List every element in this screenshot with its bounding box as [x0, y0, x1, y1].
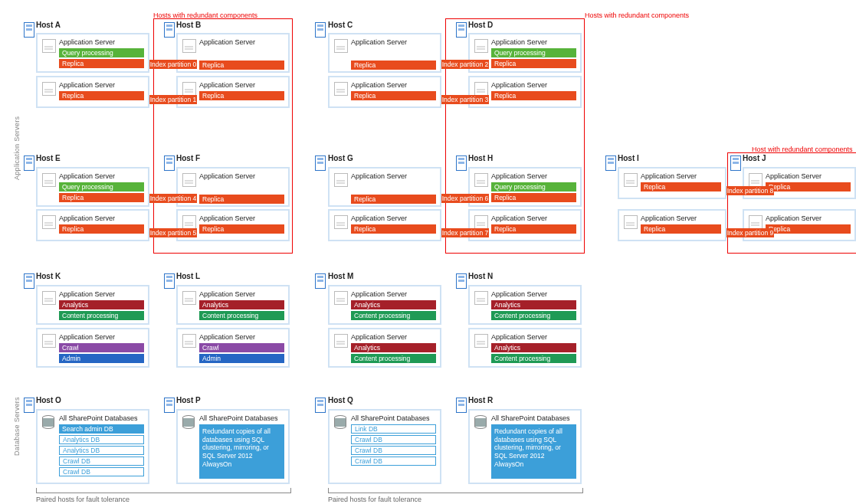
idxp-7: Index partition 7: [441, 228, 489, 237]
card-m2: Application ServerAnalyticsContent proce…: [328, 328, 441, 368]
replica: Replica: [491, 59, 576, 68]
card-g2: Application ServerReplica: [328, 209, 441, 241]
server-icon: [182, 82, 196, 96]
host-i-icon: [605, 155, 616, 171]
host-g-icon: [315, 155, 326, 171]
card-c2: Application ServerReplica: [328, 76, 441, 108]
card-c1: Application ServerReplica: [328, 33, 441, 73]
card-e2: Application ServerReplica: [36, 209, 149, 241]
card-a2: Application ServerReplica: [36, 76, 149, 108]
host-m-icon: [315, 273, 326, 289]
idxp-4: Index partition 4: [149, 194, 197, 203]
host-n-icon: [456, 273, 467, 289]
replica: Replica: [59, 59, 144, 68]
db-icon: [334, 415, 346, 429]
card-m1: Application ServerAnalyticsContent proce…: [328, 285, 441, 325]
card-o: All SharePoint Databases Search admin DB…: [36, 409, 149, 484]
server-icon: [624, 215, 638, 229]
replica: Replica: [351, 91, 436, 100]
server-icon: [474, 291, 488, 305]
server-icon: [474, 215, 488, 229]
idxp-9: Index partition 9: [726, 228, 774, 237]
server-icon: [334, 215, 348, 229]
host-b-title: Host B: [176, 21, 201, 29]
card-k2: Application ServerCrawlAdmin: [36, 328, 149, 368]
server-icon: [182, 173, 196, 187]
card-n1: Application ServerAnalyticsContent proce…: [468, 285, 582, 325]
db-icon: [42, 415, 54, 429]
card-g1: Application ServerReplica: [328, 167, 441, 207]
replica: Replica: [351, 61, 436, 70]
card-i2: Application ServerReplica: [618, 209, 726, 241]
replica: Replica: [59, 91, 144, 100]
idxp-8: Index partition 8: [726, 186, 774, 195]
card-r: All SharePoint Databases Redundant copie…: [468, 409, 582, 484]
server-icon: [474, 39, 488, 53]
server-icon: [182, 334, 196, 348]
server-icon: [334, 173, 348, 187]
idxp-0: Index partition 0: [149, 60, 197, 69]
replica: Replica: [199, 91, 284, 100]
host-f-icon: [164, 155, 175, 171]
host-k-icon: [24, 273, 34, 289]
card-l1: Application ServerAnalyticsContent proce…: [176, 285, 290, 325]
server-icon: [474, 82, 488, 96]
server-icon: [624, 173, 638, 187]
idxp-3: Index partition 3: [441, 95, 489, 104]
host-a-icon: [24, 22, 34, 38]
server-icon: [42, 215, 56, 229]
server-icon: [182, 39, 196, 53]
bracket-qr: [328, 488, 583, 493]
host-a-title: Host A: [36, 21, 61, 29]
db-icon: [182, 415, 195, 429]
replica: Replica: [491, 91, 576, 100]
server-icon: [474, 173, 488, 187]
redundant-note-mid: Hosts with redundant components: [585, 11, 689, 19]
card-k1: Application ServerAnalyticsContent proce…: [36, 285, 149, 325]
query-proc: Query processing: [59, 48, 144, 57]
idxp-1: Index partition 1: [149, 95, 197, 104]
server-icon: [182, 215, 196, 229]
card-q: All SharePoint Databases Link DB Crawl D…: [328, 409, 441, 484]
card-e1: Application ServerQuery processingReplic…: [36, 167, 149, 207]
host-j-icon: [730, 155, 741, 171]
server-icon: [749, 173, 763, 187]
host-c-icon: [315, 22, 326, 38]
host-o-icon: [24, 398, 34, 413]
host-e-icon: [24, 155, 34, 171]
query-proc: Query processing: [491, 48, 576, 57]
server-icon: [334, 39, 348, 53]
replica: Replica: [199, 61, 284, 70]
host-d-title: Host D: [468, 21, 493, 29]
server-icon: [334, 334, 348, 348]
redundant-note-left: Hosts with redundant components: [153, 11, 257, 19]
server-icon: [42, 291, 56, 305]
pair-note-left: Paired hosts for fault tolerance: [36, 496, 130, 503]
idxp-6: Index partition 6: [441, 194, 489, 203]
card-n2: Application ServerAnalyticsContent proce…: [468, 328, 582, 368]
db-servers-label: Database Servers: [13, 397, 21, 456]
host-p-icon: [164, 398, 175, 413]
bracket-op: [36, 488, 291, 493]
host-q-icon: [315, 398, 326, 413]
redundant-db-note: Redundant copies of all databases using …: [491, 424, 576, 479]
server-icon: [42, 82, 56, 96]
host-b-icon: [164, 22, 175, 38]
pair-note-right: Paired hosts for fault tolerance: [328, 496, 421, 503]
host-h-icon: [456, 155, 467, 171]
card-i1: Application ServerReplica: [618, 167, 726, 199]
redundant-db-note: Redundant copies of all databases using …: [199, 424, 284, 479]
redundant-note-right: Host with redundant components: [752, 146, 853, 153]
server-icon: [182, 291, 196, 305]
server-icon: [749, 215, 763, 229]
idxp-2: Index partition 2: [441, 60, 489, 69]
db-icon: [474, 415, 487, 429]
server-icon: [334, 291, 348, 305]
server-icon: [42, 173, 56, 187]
idxp-5: Index partition 5: [149, 228, 197, 237]
app-servers-label: Application Servers: [13, 116, 21, 180]
card-a1: Application ServerQuery processingReplic…: [36, 33, 149, 73]
server-icon: [42, 39, 56, 53]
card-l2: Application ServerCrawlAdmin: [176, 328, 290, 368]
server-icon: [42, 334, 56, 348]
